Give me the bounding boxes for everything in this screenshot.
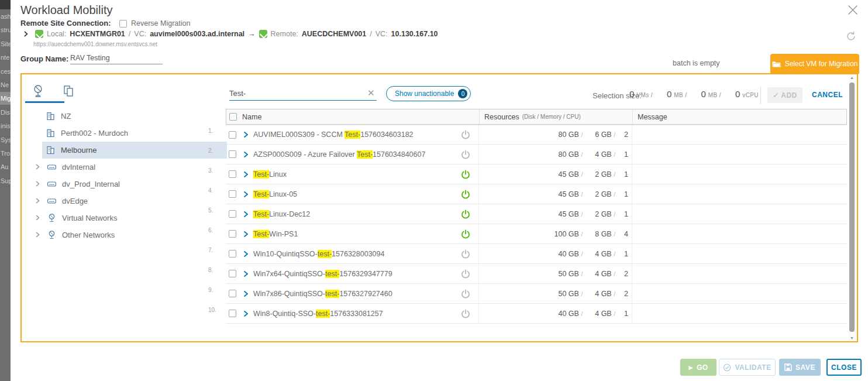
chevron-right-icon[interactable] [34, 180, 42, 188]
selection-metric: 0MB / [667, 89, 687, 99]
sidebar-item-fragment[interactable]: Site [0, 37, 11, 50]
expand-chevron-icon[interactable] [242, 250, 249, 258]
row-checkbox[interactable] [229, 190, 236, 198]
tree-item-other-networks[interactable]: Other Networks [25, 226, 227, 243]
save-button[interactable]: SAVE [779, 359, 821, 376]
sidebar-item-fragment[interactable]: inis [0, 119, 11, 132]
row-index: 6. [208, 224, 226, 244]
message-cell [632, 184, 846, 204]
cancel-button[interactable]: CANCEL [812, 91, 843, 99]
row-checkbox[interactable] [229, 250, 236, 258]
power-state-icon [461, 249, 470, 259]
selection-metric: 0MB / [701, 89, 721, 99]
vm-name[interactable]: Test-Linux [253, 170, 287, 179]
show-unactionable-button[interactable]: Show unactionable 0 [386, 86, 471, 101]
close-button[interactable]: CLOSE [826, 359, 862, 376]
row-checkbox[interactable] [229, 210, 236, 218]
selection-metrics: 0VMs /0MB /0MB /0vCPU [629, 89, 759, 99]
reverse-migration-checkbox[interactable] [119, 20, 127, 28]
scrollbar-thumb[interactable] [849, 83, 855, 332]
chevron-right-icon[interactable] [34, 197, 42, 205]
vm-name[interactable]: Test-Linux-Dec12 [253, 210, 310, 218]
refresh-icon[interactable] [845, 30, 857, 42]
tree-item-dvedge[interactable]: dvEdge [25, 193, 227, 210]
sidebar-item-fragment[interactable]: Ne [0, 78, 11, 91]
expand-chevron-icon[interactable] [242, 290, 249, 297]
expand-chevron-icon[interactable] [242, 131, 249, 138]
sidebar-item-fragment[interactable]: nte [0, 51, 11, 64]
vm-name[interactable]: Win7x64-QuintiqSSO-test-1576329347779 [253, 270, 392, 278]
chevron-right-icon[interactable] [34, 163, 42, 171]
sidebar-item-fragment[interactable]: stru [0, 23, 11, 36]
sidebar-item-fragment[interactable]: Dis [0, 106, 11, 119]
row-checkbox[interactable] [229, 170, 236, 178]
tree-item-virtual-networks[interactable]: Virtual Networks [25, 210, 227, 226]
local-hcx-name: HCXENTMGR01 [70, 30, 125, 38]
expand-chevron-icon[interactable] [242, 171, 249, 178]
go-button[interactable]: ▶GO [680, 359, 717, 376]
expand-chevron-icon[interactable] [242, 231, 249, 238]
group-name-input[interactable] [70, 52, 163, 64]
sidebar-item-fragment[interactable]: Sup [0, 174, 11, 187]
row-index: 9. [208, 284, 226, 304]
tree-item-perth002-murdoch[interactable]: Perth002 - Murdoch [42, 125, 227, 142]
tree-item-nz[interactable]: NZ [42, 108, 227, 125]
expand-chevron-icon[interactable] [242, 270, 249, 277]
tree-item-dvinternal[interactable]: dvInternal [25, 159, 227, 176]
tab-vm-view[interactable] [61, 84, 76, 99]
expand-chevron-icon[interactable] [242, 310, 249, 317]
local-label: Local: [47, 30, 66, 38]
column-header-resources: Resources [484, 113, 519, 121]
row-checkbox[interactable] [229, 131, 236, 139]
tree-item-melbourne[interactable]: Melbourne [42, 142, 227, 159]
scroll-down-icon[interactable]: ▼ [848, 336, 856, 340]
search-clear-icon[interactable]: ✕ [367, 88, 375, 98]
validate-button[interactable]: VALIDATE [719, 359, 776, 376]
sidebar-item-fragment[interactable]: Mig [0, 92, 11, 105]
add-button[interactable]: ✓ ADD [767, 87, 802, 103]
row-checkbox[interactable] [229, 290, 236, 297]
chevron-right-icon[interactable] [22, 30, 29, 37]
tree-item-dv-prod-internal[interactable]: dv_Prod_Internal [25, 176, 227, 193]
tab-network-view[interactable] [30, 84, 46, 99]
folder-icon [772, 60, 781, 68]
chevron-right-icon[interactable] [34, 231, 42, 239]
select-all-checkbox[interactable] [229, 113, 237, 121]
sidebar-item-fragment[interactable]: ash [0, 10, 11, 23]
remote-site-connection-label: Remote Site Connection: [20, 19, 111, 28]
chevron-right-icon[interactable] [34, 214, 42, 222]
vm-name[interactable]: Test-Win-PS1 [253, 230, 298, 238]
remote-hcx-name: AUECDCHEMV001 [302, 30, 366, 38]
column-header-name: Name [242, 113, 261, 121]
sidebar-item-fragment[interactable]: Sys [0, 133, 11, 146]
expand-chevron-icon[interactable] [242, 151, 249, 158]
vertical-scrollbar[interactable]: ▲ ▼ [848, 75, 856, 341]
power-state-icon [461, 190, 470, 199]
sidebar-item-fragment[interactable]: ces [0, 65, 11, 78]
sidebar-item-fragment[interactable]: Tro [0, 147, 11, 160]
building-icon [46, 145, 56, 155]
vm-name[interactable]: Win8-Quintiq-SSO-test-1576333081257 [253, 310, 383, 318]
close-icon[interactable] [846, 4, 859, 16]
row-checkbox[interactable] [229, 150, 236, 158]
vm-name[interactable]: Win10-QuintiqSSO-test-1576328003094 [253, 250, 384, 258]
row-checkbox[interactable] [229, 270, 236, 277]
expand-chevron-icon[interactable] [242, 211, 249, 218]
vm-name[interactable]: AUVIMEL000S309 - SCCM Test-1576034603182 [253, 131, 414, 139]
tree-item-label: Other Networks [62, 231, 115, 239]
power-state-icon [461, 229, 470, 239]
resources-cell: 45 GB /2 GB /1 [478, 164, 632, 184]
vm-name[interactable]: Test-Linux-05 [253, 190, 297, 198]
vm-name[interactable]: Win7x86-QuintiqSSO-test-1576327927460 [253, 290, 392, 298]
expand-chevron-icon[interactable] [242, 191, 249, 198]
row-checkbox[interactable] [229, 230, 236, 238]
search-input[interactable] [229, 87, 377, 101]
scroll-up-icon[interactable]: ▲ [848, 75, 856, 80]
vm-name[interactable]: AZSP000S009 - Azure Failover Test-157603… [253, 150, 425, 159]
tab-select-vm-for-migration[interactable]: Select VM for Migration [770, 54, 859, 74]
site-connection-row[interactable]: Local: HCXENTMGR01 / VC: auvimel000s003.… [22, 30, 438, 38]
resources-cell: 40 GB /4 GB /1 [478, 244, 632, 263]
message-cell [632, 164, 846, 184]
sidebar-item-fragment[interactable]: Au [0, 160, 11, 173]
row-checkbox[interactable] [229, 310, 236, 317]
